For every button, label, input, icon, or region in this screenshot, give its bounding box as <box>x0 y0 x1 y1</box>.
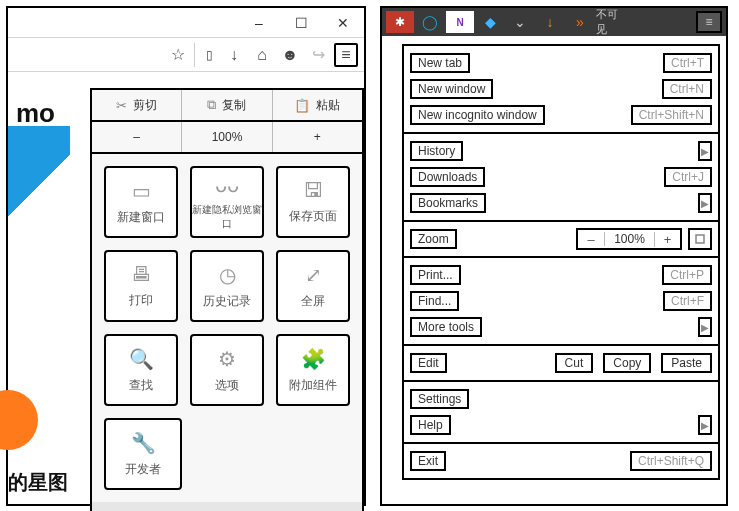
fullscreen-icon <box>695 234 705 244</box>
new-tab-label: New tab <box>410 53 470 73</box>
browser-toolbar: ☆ ▯ ↓ ⌂ ☻ ↪ ≡ <box>8 38 364 72</box>
chrome-window: ✱ ◯ N ◆ ⌄ ↓ » 不可见 ≡ New tab Ctrl+T New w… <box>380 6 728 506</box>
cut-label: 剪切 <box>133 97 157 114</box>
new-window-tile[interactable]: ▭ 新建窗口 <box>104 166 178 238</box>
maximize-button[interactable]: ☐ <box>280 8 322 38</box>
fullscreen-icon: ⤢ <box>305 263 322 287</box>
cut-item[interactable]: ✂ 剪切 <box>92 90 182 120</box>
ext-download-icon[interactable]: ↓ <box>536 11 564 33</box>
home-icon[interactable]: ⌂ <box>250 43 274 67</box>
options-label: 选项 <box>215 377 239 394</box>
zoom-in-button[interactable]: + <box>654 232 680 247</box>
find-label: Find... <box>410 291 459 311</box>
find-tile[interactable]: 🔍 查找 <box>104 334 178 406</box>
more-tools-label: More tools <box>410 317 482 337</box>
help-submenu-arrow: ▶ <box>698 415 712 435</box>
chrome-hamburger-button[interactable]: ≡ <box>696 11 722 33</box>
new-window-label: New window <box>410 79 493 99</box>
more-tools-item[interactable]: More tools ▶ <box>410 314 712 340</box>
find-item[interactable]: Find... Ctrl+F <box>410 288 712 314</box>
zoom-control-group: – 100% + <box>576 228 682 250</box>
print-label: 打印 <box>129 292 153 309</box>
paste-label: 粘贴 <box>316 97 340 114</box>
fullscreen-tile[interactable]: ⤢ 全屏 <box>276 250 350 322</box>
decorative-circle <box>0 390 38 450</box>
ext-cortana-icon[interactable]: ◯ <box>416 11 444 33</box>
help-item[interactable]: Help ▶ <box>410 412 712 438</box>
bookmarks-item[interactable]: Bookmarks ▶ <box>410 190 712 216</box>
new-private-label: 新建隐私浏览窗口 <box>192 203 262 231</box>
history-submenu-arrow: ▶ <box>698 141 712 161</box>
save-page-tile[interactable]: 🖫 保存页面 <box>276 166 350 238</box>
edit-label: Edit <box>410 353 447 373</box>
hamburger-menu-button[interactable]: ≡ <box>334 43 358 67</box>
zoom-value: 100% <box>604 232 654 246</box>
new-incognito-shortcut: Ctrl+Shift+N <box>631 105 712 125</box>
zoom-label: Zoom <box>410 229 457 249</box>
zoom-item: Zoom – 100% + <box>410 226 712 252</box>
puzzle-icon: 🧩 <box>301 347 326 371</box>
edit-paste-button[interactable]: Paste <box>661 353 712 373</box>
forward-icon[interactable]: ↪ <box>306 43 330 67</box>
close-button[interactable]: ✕ <box>322 8 364 38</box>
exit-item[interactable]: Exit Ctrl+Shift+Q <box>410 448 712 474</box>
settings-item[interactable]: Settings <box>410 386 712 412</box>
history-item[interactable]: History ▶ <box>410 138 712 164</box>
sync-row[interactable]: ↻ 登录以同步 <box>92 502 362 511</box>
addon-smiley-icon[interactable]: ☻ <box>278 43 302 67</box>
find-shortcut: Ctrl+F <box>663 291 712 311</box>
new-private-tile[interactable]: ᴗᴗ 新建隐私浏览窗口 <box>190 166 264 238</box>
options-tile[interactable]: ⚙ 选项 <box>190 334 264 406</box>
settings-label: Settings <box>410 389 469 409</box>
ext-onenote-icon[interactable]: N <box>446 11 474 33</box>
new-incognito-item[interactable]: New incognito window Ctrl+Shift+N <box>410 102 712 128</box>
new-tab-item[interactable]: New tab Ctrl+T <box>410 50 712 76</box>
fullscreen-button[interactable] <box>688 228 712 250</box>
ext-gem-icon[interactable]: ◆ <box>476 11 504 33</box>
new-window-item[interactable]: New window Ctrl+N <box>410 76 712 102</box>
ext-rss-icon[interactable]: » <box>566 11 594 33</box>
edit-copy-button[interactable]: Copy <box>603 353 651 373</box>
downloads-label: Downloads <box>410 167 485 187</box>
zoom-out-button[interactable]: – <box>92 122 182 152</box>
svg-rect-0 <box>696 235 704 243</box>
ext-pocket-icon[interactable]: ⌄ <box>506 11 534 33</box>
history-label: 历史记录 <box>203 293 251 310</box>
paste-item[interactable]: 📋 粘贴 <box>273 90 362 120</box>
window-icon: ▭ <box>132 179 151 203</box>
edit-row: ✂ 剪切 ⧉ 复制 📋 粘贴 <box>92 90 362 122</box>
toolbar-text: 不可见 <box>596 11 624 33</box>
downloads-icon[interactable]: ↓ <box>222 43 246 67</box>
history-tile[interactable]: ◷ 历史记录 <box>190 250 264 322</box>
ext-lastpass-icon[interactable]: ✱ <box>386 11 414 33</box>
addons-tile[interactable]: 🧩 附加组件 <box>276 334 350 406</box>
new-window-label: 新建窗口 <box>117 209 165 226</box>
zoom-value[interactable]: 100% <box>182 122 272 152</box>
downloads-item[interactable]: Downloads Ctrl+J <box>410 164 712 190</box>
section-zoom: Zoom – 100% + <box>404 222 718 258</box>
page-logo-prefix: mo <box>16 98 55 129</box>
edit-item: Edit Cut Copy Paste <box>410 350 712 376</box>
reader-icon[interactable]: ▯ <box>194 43 218 67</box>
exit,-shortcutut: Ctrl+Shift+Q <box>630 451 712 471</box>
clipboard-icon: 📋 <box>294 98 310 113</box>
firefox-window: – ☐ ✕ ☆ ▯ ↓ ⌂ ☻ ↪ ≡ mo 的星图 ✂ 剪切 ⧉ 复制 📋 <box>6 6 366 506</box>
zoom-out-button[interactable]: – <box>578 232 604 247</box>
edit-cut-button[interactable]: Cut <box>555 353 594 373</box>
new-tab-shortcut: Ctrl+T <box>663 53 712 73</box>
print-tile[interactable]: 🖶 打印 <box>104 250 178 322</box>
developer-tile[interactable]: 🔧 开发者 <box>104 418 182 490</box>
section-tools: Print... Ctrl+P Find... Ctrl+F More tool… <box>404 258 718 346</box>
copy-item[interactable]: ⧉ 复制 <box>182 90 272 120</box>
search-icon: 🔍 <box>129 347 154 371</box>
minimize-button[interactable]: – <box>238 8 280 38</box>
print-label: Print... <box>410 265 461 285</box>
zoom-in-button[interactable]: + <box>273 122 362 152</box>
wrench-icon: 🔧 <box>131 431 156 455</box>
bookmark-star-icon[interactable]: ☆ <box>166 43 190 67</box>
print-item[interactable]: Print... Ctrl+P <box>410 262 712 288</box>
copy-label: 复制 <box>222 97 246 114</box>
copy-icon: ⧉ <box>207 97 216 113</box>
bookmarks-label: Bookmarks <box>410 193 486 213</box>
page-cn-text: 的星图 <box>8 469 68 496</box>
